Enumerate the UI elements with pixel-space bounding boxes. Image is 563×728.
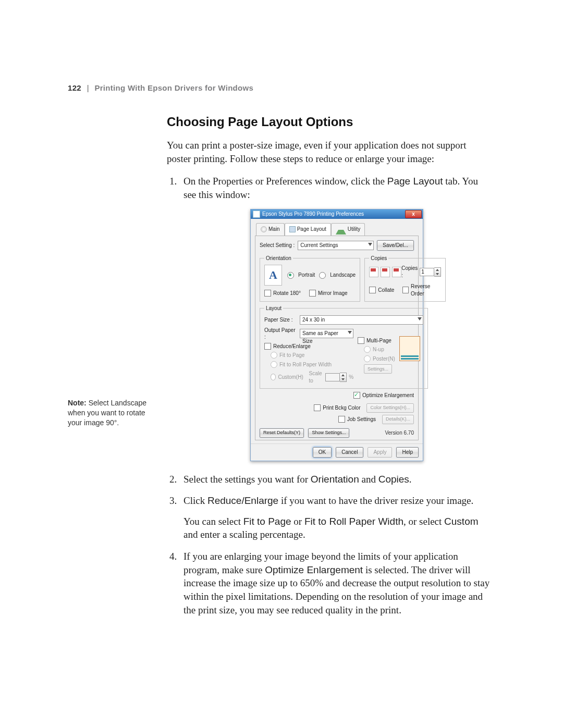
fit-to-page-radio [271,352,277,359]
term-fit-to-roll: Fit to Roll Paper Width [304,516,403,527]
layout-icon [289,226,296,232]
tab-utility[interactable]: Utility [331,223,365,236]
select-setting-label: Select Setting : [260,242,295,249]
mirror-image-checkbox[interactable] [309,290,316,297]
term-page-layout: Page Layout [387,176,443,187]
term-orientation: Orientation [311,474,359,485]
utility-icon [336,225,346,235]
output-paper-dropdown[interactable]: Same as Paper Size [300,329,353,338]
spinner-arrows-icon[interactable] [434,267,441,277]
note-term-landscape: Landscape [111,399,146,407]
color-settings-button: Color Settings(H)... [366,403,414,413]
select-setting-row: Select Setting : Current Settings Save/D… [260,240,414,251]
print-preferences-dialog: Epson Stylus Pro 7890 Printing Preferenc… [250,209,423,461]
main-content: Choosing Page Layout Options You can pri… [167,115,490,625]
details-button: Details(K)... [382,415,414,424]
term-optimize-enlargement: Optimize Enlargement [265,564,363,575]
multipage-settings-button: Settings... [364,364,392,374]
document-page: 122 | Printing With Epson Drivers for Wi… [0,0,563,728]
job-settings-checkbox[interactable] [338,416,345,423]
step-3: Click Reduce/Enlarge if you want to have… [179,494,490,541]
copies-legend: Copies [369,255,388,262]
landscape-radio[interactable] [319,272,326,279]
layout-legend: Layout [264,305,283,312]
close-icon: x [412,211,415,218]
cancel-button[interactable]: Cancel [336,447,363,458]
copies-input[interactable] [420,268,434,276]
tab-page-layout[interactable]: Page Layout [285,223,331,236]
collate-preview-icon [369,267,401,277]
copies-label: Copies : [401,265,418,279]
dialog-titlebar[interactable]: Epson Stylus Pro 7890 Printing Preferenc… [251,209,423,219]
print-bckg-color-checkbox[interactable] [314,404,321,411]
tab-main[interactable]: Main [256,223,285,236]
paper-size-dropdown[interactable]: 24 x 30 in [300,315,423,325]
show-settings-button[interactable]: Show Settings... [308,428,349,438]
separator: | [87,83,89,92]
reverse-order-checkbox[interactable] [402,287,409,293]
help-button[interactable]: Help [396,447,419,458]
layout-group: Layout Paper Size : 24 x 30 in Output Pa… [260,305,428,389]
main-icon [261,226,267,232]
term-copies: Copies [378,474,409,485]
term-custom: Custom [444,516,478,527]
rotate-180-checkbox[interactable] [264,290,271,297]
save-del-button[interactable]: Save/Del... [377,240,414,251]
term-fit-to-page: Fit to Page [243,516,291,527]
orientation-preview-icon: A [264,265,282,286]
fit-to-roll-radio [271,361,277,368]
reduce-enlarge-checkbox[interactable] [264,343,271,350]
intro-paragraph: You can print a poster-size image, even … [167,139,490,165]
optimize-enlargement-checkbox[interactable] [353,392,360,399]
step-4: If you are enlarging your image beyond t… [179,550,490,616]
custom-radio [271,374,276,380]
ok-button[interactable]: OK [313,447,332,458]
paper-size-label: Paper Size : [264,316,297,324]
collate-checkbox[interactable] [369,287,376,293]
select-setting-dropdown[interactable]: Current Settings [298,241,374,250]
orientation-group: Orientation A Portrait Landscape [260,255,360,302]
version-label: Version 6.70 [385,429,414,437]
margin-note: Note: Select Landscape when you want to … [68,398,159,428]
copies-group: Copies Copies : [364,255,446,302]
page-number: 122 [68,83,81,92]
step-2: Select the settings you want for Orienta… [179,473,490,486]
note-label: Note: [68,399,87,407]
tab-strip: Main Page Layout Utility [256,223,418,236]
running-head: 122 | Printing With Epson Drivers for Wi… [68,83,253,92]
close-button[interactable]: x [405,210,422,218]
dialog-footer: OK Cancel Apply Help [251,443,423,461]
output-paper-label: Output Paper : [264,327,297,341]
orientation-legend: Orientation [264,255,293,262]
steps-list: On the Properties or Preferences window,… [179,175,490,616]
multipage-checkbox[interactable] [358,337,364,344]
portrait-radio[interactable] [287,272,294,279]
copies-spinner[interactable] [420,267,441,277]
section-title: Choosing Page Layout Options [167,115,490,129]
nup-radio [364,346,371,353]
poster-radio [364,355,371,362]
chapter-title: Printing With Epson Drivers for Windows [94,83,253,92]
dialog-title: Epson Stylus Pro 7890 Printing Preferenc… [262,211,405,218]
term-reduce-enlarge: Reduce/Enlarge [207,495,278,506]
step-1: On the Properties or Preferences window,… [179,175,490,461]
layout-preview-icon [399,336,420,361]
app-icon [253,211,260,218]
scale-spinner [325,373,347,382]
apply-button: Apply [368,447,392,458]
reset-defaults-button[interactable]: Reset Defaults(Y) [260,428,304,438]
tab-panel: Select Setting : Current Settings Save/D… [255,236,419,440]
